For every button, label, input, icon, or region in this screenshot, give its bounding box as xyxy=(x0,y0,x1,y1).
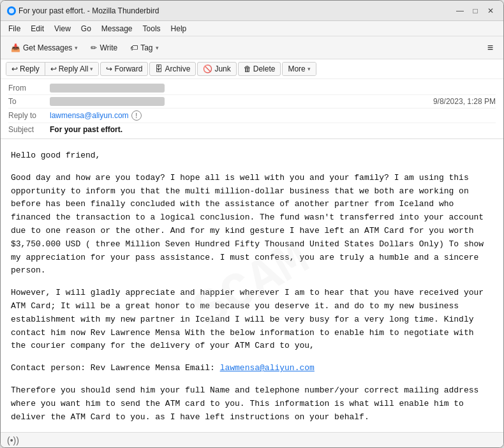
hamburger-menu-button[interactable]: ≡ xyxy=(482,40,498,56)
maximize-button[interactable]: □ xyxy=(469,4,482,17)
archive-label: Archive xyxy=(165,64,190,73)
paragraph3: Therefore you should send him your full … xyxy=(11,384,493,424)
email-date: 9/8/2023, 1:28 PM xyxy=(433,97,496,106)
more-button[interactable]: More ▾ xyxy=(283,63,315,75)
reply-all-dropdown-icon[interactable]: ▾ xyxy=(90,66,93,72)
archive-button[interactable]: 🗄 Archive xyxy=(149,62,196,76)
write-icon: ✏ xyxy=(91,43,97,52)
reply-to-row: Reply to lawmensa@aliyun.com ! xyxy=(8,108,496,123)
email-action-toolbar: ↩ Reply ↩ Reply All ▾ ↪ Forward 🗄 Archiv… xyxy=(1,59,503,79)
app-toolbar: 📥 Get Messages ▾ ✏ Write 🏷 Tag ▾ ≡ xyxy=(1,36,503,59)
delete-icon: 🗑 xyxy=(244,64,251,73)
wifi-icon: (•)) xyxy=(7,435,19,445)
paragraph1: Good day and how are you today? I hope a… xyxy=(11,172,493,278)
delete-label: Delete xyxy=(253,64,276,73)
close-button[interactable]: ✕ xyxy=(484,4,497,17)
menu-tools[interactable]: Tools xyxy=(139,23,165,34)
tag-dropdown-icon[interactable]: ▾ xyxy=(156,45,159,51)
minimize-button[interactable]: — xyxy=(454,4,466,17)
reply-to-email-link[interactable]: lawmensa@aliyun.com xyxy=(50,111,129,120)
reply-all-label: Reply All xyxy=(59,64,89,73)
junk-icon: 🚫 xyxy=(203,64,212,73)
from-value xyxy=(50,84,165,93)
reply-group: ↩ Reply ↩ Reply All ▾ xyxy=(6,62,99,76)
statusbar: (•)) xyxy=(1,432,503,447)
to-label: To xyxy=(8,97,50,106)
reply-button[interactable]: ↩ Reply xyxy=(6,63,45,75)
menu-edit[interactable]: Edit xyxy=(27,23,48,34)
hamburger-icon: ≡ xyxy=(487,42,493,54)
subject-value: For your past effort. xyxy=(50,125,496,134)
delete-button[interactable]: 🗑 Delete xyxy=(238,62,281,76)
menu-file[interactable]: File xyxy=(4,23,24,34)
reply-label: Reply xyxy=(20,64,40,73)
email-header: ↩ Reply ↩ Reply All ▾ ↪ Forward 🗄 Archiv… xyxy=(1,59,503,139)
titlebar: For your past effort. - Mozilla Thunderb… xyxy=(1,1,503,21)
paragraph2: However, I will gladly appreciate and ha… xyxy=(11,287,493,353)
forward-icon: ↪ xyxy=(106,64,112,73)
window-controls: — □ ✕ xyxy=(454,4,497,17)
more-group: More ▾ xyxy=(282,62,316,76)
contact-line: Contact person: Rev Lawrence Mensa Email… xyxy=(11,362,493,375)
from-row: From xyxy=(8,82,496,95)
to-value xyxy=(50,97,165,106)
menu-help[interactable]: Help xyxy=(167,23,191,34)
subject-row: Subject For your past effort. xyxy=(8,123,496,136)
menu-view[interactable]: View xyxy=(50,23,75,34)
to-row: To 9/8/2023, 1:28 PM xyxy=(8,95,496,108)
app-icon xyxy=(7,6,16,15)
greeting: Hello good friend, xyxy=(11,149,493,163)
window-title: For your past effort. - Mozilla Thunderb… xyxy=(19,6,454,15)
more-dropdown-icon[interactable]: ▾ xyxy=(308,66,311,72)
reply-all-icon: ↩ xyxy=(50,64,57,73)
from-label: From xyxy=(8,84,50,93)
get-messages-icon: 📥 xyxy=(11,43,20,52)
reply-icon: ↩ xyxy=(11,64,18,73)
more-label: More xyxy=(288,64,305,73)
reply-all-button[interactable]: ↩ Reply All ▾ xyxy=(45,63,99,75)
get-messages-button[interactable]: 📥 Get Messages ▾ xyxy=(6,41,83,54)
get-messages-label: Get Messages xyxy=(23,43,72,52)
tag-button[interactable]: 🏷 Tag ▾ xyxy=(125,41,163,54)
archive-icon: 🗄 xyxy=(155,64,163,73)
svg-point-0 xyxy=(9,8,14,13)
tag-icon: 🏷 xyxy=(130,43,138,52)
main-window: For your past effort. - Mozilla Thunderb… xyxy=(0,0,504,448)
email-fields: From To 9/8/2023, 1:28 PM Reply to lawme… xyxy=(1,79,503,138)
junk-label: Junk xyxy=(214,64,230,73)
tag-label: Tag xyxy=(140,43,152,52)
forward-button[interactable]: ↪ Forward xyxy=(100,62,148,76)
menu-go[interactable]: Go xyxy=(77,23,95,34)
contact-email-link[interactable]: lawmensa@aliyun.com xyxy=(220,363,315,373)
email-body: SCAM Hello good friend, Good day and how… xyxy=(1,139,503,432)
junk-button[interactable]: 🚫 Junk xyxy=(197,62,236,76)
menu-message[interactable]: Message xyxy=(98,23,137,34)
warning-icon[interactable]: ! xyxy=(131,110,142,121)
subject-label: Subject xyxy=(8,125,50,134)
write-label: Write xyxy=(100,43,117,52)
reply-to-label: Reply to xyxy=(8,111,50,120)
get-messages-dropdown-icon[interactable]: ▾ xyxy=(75,45,78,51)
contact-prefix: Contact person: Rev Lawrence Mensa Email… xyxy=(11,363,220,373)
menubar: File Edit View Go Message Tools Help xyxy=(1,21,503,36)
write-button[interactable]: ✏ Write xyxy=(85,41,122,54)
forward-label: Forward xyxy=(114,64,142,73)
